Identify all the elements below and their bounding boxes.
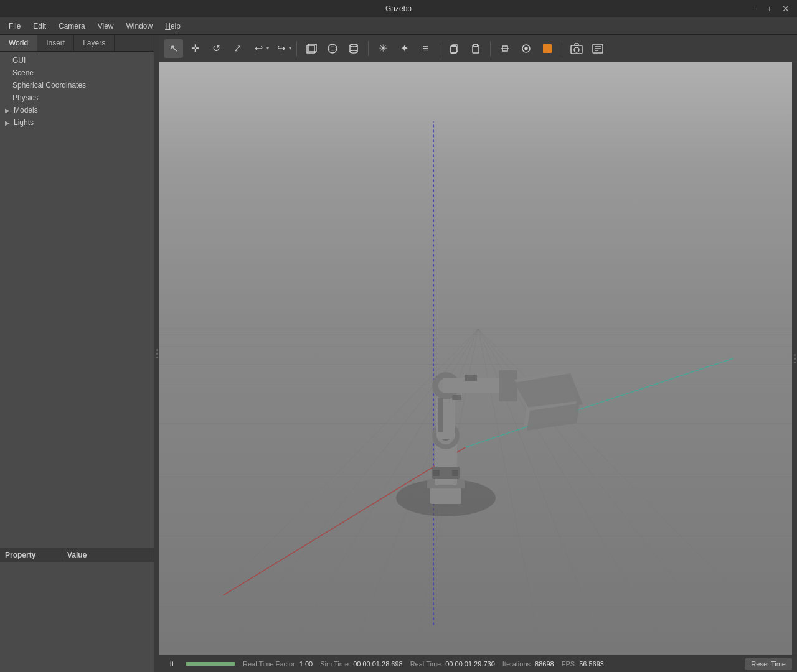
svg-rect-12 — [451, 46, 456, 53]
reset-time-button[interactable]: Reset Time — [745, 658, 792, 670]
svg-rect-74 — [438, 398, 443, 432]
dot-1 — [156, 349, 158, 351]
tree-item-scene[interactable]: Scene — [0, 67, 154, 79]
tree-item-models[interactable]: ▶ Models — [0, 104, 154, 116]
sim-time-item: Sim Time: 00 00:01:28.698 — [320, 660, 402, 668]
insert-box-button[interactable] — [302, 39, 321, 58]
window-controls: − + ✕ — [750, 4, 792, 14]
svg-point-23 — [574, 47, 579, 52]
menu-bar: File Edit Camera View Window Help — [0, 17, 797, 35]
svg-rect-73 — [452, 470, 458, 476]
value-col-label: Value — [62, 548, 92, 562]
copy-button[interactable] — [445, 39, 464, 58]
property-panel: Property Value — [0, 548, 154, 672]
sep-1 — [296, 41, 297, 56]
menu-camera[interactable]: Camera — [52, 19, 92, 33]
right-area: ↖ ✛ ↺ ⤢ ↩ ▾ ↪ ▾ — [159, 35, 797, 672]
status-bar: ⏸ Real Time Factor: 1.00 Sim Time: 00 00… — [159, 655, 797, 672]
iterations-item: Iterations: 88698 — [502, 660, 554, 668]
menu-edit[interactable]: Edit — [27, 19, 52, 33]
svg-rect-29 — [159, 62, 797, 329]
insert-cylinder-button[interactable] — [344, 39, 363, 58]
sep-4 — [490, 41, 491, 56]
3d-viewport[interactable] — [159, 62, 797, 655]
directional-light-button[interactable]: ≡ — [416, 39, 435, 58]
realtime-factor-item: Real Time Factor: 1.00 — [243, 660, 313, 668]
real-time-item: Real Time: 00 00:01:29.730 — [410, 660, 495, 668]
paste-button[interactable] — [466, 39, 485, 58]
rdot-2 — [794, 358, 796, 360]
scene-label: Scene — [12, 68, 34, 77]
screenshot-button[interactable] — [567, 39, 586, 58]
svg-point-6 — [328, 47, 337, 50]
svg-rect-72 — [433, 470, 440, 476]
redo-group: ↪ ▾ — [271, 39, 291, 58]
menu-window[interactable]: Window — [120, 19, 159, 33]
tab-world[interactable]: World — [0, 35, 37, 51]
svg-rect-69 — [465, 375, 477, 381]
tab-insert[interactable]: Insert — [37, 35, 74, 51]
scene-svg — [159, 62, 797, 655]
rotate-tool-button[interactable]: ↺ — [207, 39, 225, 58]
sim-time-value: 00 00:01:28.698 — [353, 660, 403, 668]
resize-dots — [156, 349, 158, 358]
menu-view[interactable]: View — [92, 19, 120, 33]
maximize-button[interactable]: + — [765, 4, 775, 14]
rdot-3 — [794, 362, 796, 363]
undo-group: ↩ ▾ — [249, 39, 269, 58]
svg-rect-24 — [575, 44, 578, 45]
redo-button[interactable]: ↪ — [271, 39, 290, 58]
dot-2 — [156, 353, 158, 355]
close-button[interactable]: ✕ — [780, 4, 792, 14]
svg-rect-70 — [452, 395, 461, 400]
tree-item-physics[interactable]: Physics — [0, 91, 154, 104]
lights-expand-arrow: ▶ — [5, 119, 10, 126]
svg-point-7 — [350, 44, 357, 47]
tree-item-lights[interactable]: ▶ Lights — [0, 116, 154, 129]
menu-file[interactable]: File — [2, 19, 27, 33]
log-button[interactable] — [588, 39, 607, 58]
svg-point-20 — [525, 47, 527, 50]
spot-light-button[interactable]: ✦ — [395, 39, 413, 58]
svg-point-5 — [328, 44, 337, 53]
align-button[interactable] — [496, 39, 514, 58]
snap-button[interactable] — [517, 39, 535, 58]
sep-5 — [562, 41, 562, 56]
world-tree: GUI Scene Spherical Coordinates Physics … — [0, 52, 154, 548]
minimize-button[interactable]: − — [750, 4, 760, 14]
svg-rect-21 — [543, 44, 552, 53]
undo-button[interactable]: ↩ — [249, 39, 268, 58]
main-area: World Insert Layers GUI Scene Spherical … — [0, 35, 797, 672]
dot-3 — [156, 357, 158, 358]
real-time-label: Real Time: — [410, 660, 443, 668]
menu-help[interactable]: Help — [159, 19, 187, 33]
scale-tool-button[interactable]: ⤢ — [228, 39, 247, 58]
right-panel-handle[interactable] — [792, 62, 797, 655]
models-label: Models — [14, 106, 38, 114]
tree-item-gui[interactable]: GUI — [0, 54, 154, 67]
tree-item-spherical-coordinates[interactable]: Spherical Coordinates — [0, 79, 154, 91]
insert-sphere-button[interactable] — [323, 39, 342, 58]
svg-point-8 — [350, 50, 357, 53]
iterations-value: 88698 — [535, 660, 554, 668]
sep-3 — [440, 41, 440, 56]
redo-arrow-icon[interactable]: ▾ — [289, 45, 291, 51]
gui-label: GUI — [12, 56, 26, 65]
fps-item: FPS: 56.5693 — [562, 660, 604, 668]
realtime-factor-value: 1.00 — [299, 660, 313, 668]
panel-resize-handle[interactable] — [154, 35, 159, 672]
undo-arrow-icon[interactable]: ▾ — [266, 45, 269, 51]
select-tool-button[interactable]: ↖ — [164, 39, 183, 58]
realtime-factor-bar — [186, 662, 235, 666]
iterations-label: Iterations: — [502, 660, 532, 668]
property-header: Property Value — [0, 548, 154, 562]
models-expand-arrow: ▶ — [5, 107, 10, 114]
real-time-value: 00 00:01:29.730 — [445, 660, 495, 668]
sep-2 — [368, 41, 369, 56]
tab-layers[interactable]: Layers — [74, 35, 115, 51]
material-button[interactable] — [538, 39, 557, 58]
sim-time-label: Sim Time: — [320, 660, 351, 668]
pause-button[interactable]: ⏸ — [164, 657, 178, 671]
point-light-button[interactable]: ☀ — [374, 39, 392, 58]
translate-tool-button[interactable]: ✛ — [186, 39, 204, 58]
